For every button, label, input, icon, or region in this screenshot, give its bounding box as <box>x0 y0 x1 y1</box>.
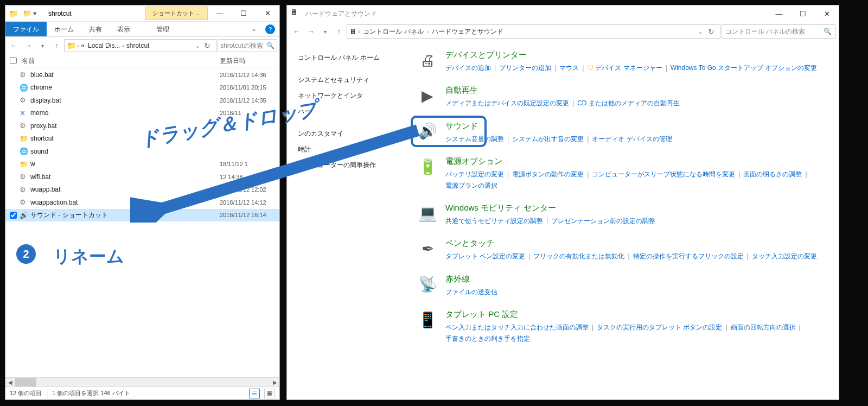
home-tab[interactable]: ホーム <box>47 22 81 36</box>
category-link[interactable]: 共通で使うモビリティ設定の調整 <box>445 215 543 226</box>
breadcrumb-seg[interactable]: Local Dis... <box>87 42 121 49</box>
help-button[interactable]: ? <box>265 24 275 34</box>
category-link[interactable]: システム音量の調整 <box>445 134 504 144</box>
scroll-right-button[interactable]: ▶ <box>270 378 279 386</box>
minimize-button[interactable]: — <box>767 6 791 21</box>
category-link[interactable]: 画面の明るさの調整 <box>743 169 802 180</box>
qat-dropdown-icon[interactable]: ▾ <box>33 9 42 18</box>
date-column-header[interactable]: 更新日時 <box>220 56 279 66</box>
category-heading[interactable]: ペンとタッチ <box>445 238 839 249</box>
category-link[interactable]: メディアまたはデバイスの既定設定の変更 <box>445 98 569 109</box>
category-link[interactable]: フリックの有効化または無効化 <box>533 251 624 262</box>
sidebar-item[interactable] <box>298 119 412 126</box>
category-link[interactable]: システムが出す音の変更 <box>512 134 584 144</box>
select-all-checkbox[interactable] <box>10 57 20 66</box>
refresh-button[interactable]: ↻ <box>705 25 718 38</box>
search-input[interactable]: shrotcutの検索 🔍 <box>218 39 277 52</box>
category-link[interactable]: プレゼンテーション前の設定の調整 <box>551 215 655 226</box>
breadcrumb-seg[interactable]: shrotcut <box>125 42 151 49</box>
scroll-left-button[interactable]: ◀ <box>5 378 15 386</box>
file-row[interactable]: ⚙ wifi.bat 12 14:38 <box>5 170 279 183</box>
sidebar-item[interactable]: システムとセキュリティ <box>298 72 412 88</box>
horizontal-scrollbar[interactable]: ◀ ▶ <box>5 377 279 386</box>
breadcrumb-seg[interactable]: コントロール パネル <box>362 27 424 36</box>
file-row[interactable]: ⚙ wuappaction.bat 2018/11/12 14:12 <box>5 196 279 209</box>
file-row[interactable]: 📁 w 18/11/12 1 <box>5 158 279 171</box>
category-heading[interactable]: サウンド <box>445 121 839 131</box>
category-heading[interactable]: Windows モビリティ センター <box>445 203 839 213</box>
close-button[interactable]: ✕ <box>256 6 279 21</box>
address-bar[interactable]: 🖥 › コントロール パネル › ハードウェアとサウンド ⌄ ↻ <box>347 24 720 39</box>
address-dropdown-icon[interactable]: ⌄ <box>698 29 703 35</box>
category-link[interactable]: プリンターの追加 <box>499 62 551 73</box>
name-column-header[interactable]: 名前 <box>20 56 220 66</box>
history-dropdown-icon[interactable]: ▾ <box>36 39 49 52</box>
category-link[interactable]: 特定の操作を実行するフリックの設定 <box>633 251 744 262</box>
file-tab[interactable]: ファイル <box>5 22 47 36</box>
category-heading[interactable]: タブレット PC 設定 <box>445 309 839 320</box>
qat-icon[interactable]: 📁 <box>23 9 31 18</box>
minimize-button[interactable]: — <box>208 6 232 21</box>
close-button[interactable]: ✕ <box>815 6 839 21</box>
file-row[interactable]: 🌐 sound <box>5 145 279 158</box>
category-link[interactable]: タブレット ペン設定の変更 <box>445 251 525 262</box>
view-tab[interactable]: 表示 <box>110 22 138 36</box>
maximize-button[interactable]: ☐ <box>232 6 256 21</box>
manage-tab[interactable]: 管理 <box>149 22 177 36</box>
category-link[interactable]: デバイスの追加 <box>445 62 491 73</box>
category-link[interactable]: オーディオ デバイスの管理 <box>592 134 672 144</box>
details-view-button[interactable]: ☰ <box>249 389 260 398</box>
category-heading[interactable]: 電源オプション <box>445 156 839 167</box>
sidebar-item[interactable]: 時計 <box>298 142 412 157</box>
row-checkbox[interactable] <box>10 212 20 219</box>
category-link[interactable]: 電源ボタンの動作の変更 <box>512 169 584 180</box>
up-button[interactable]: ↑ <box>50 39 63 52</box>
category-link[interactable]: タスクの実行用のタブレット ボタンの設定 <box>597 322 722 333</box>
file-row[interactable]: ⚙ display.bat 2018/11/12 14:35 <box>5 94 279 107</box>
ribbon-chevron-icon[interactable]: ⌄ <box>247 22 261 36</box>
sidebar-item[interactable]: ハー <box>298 104 412 119</box>
breadcrumb-seg[interactable]: ハードウェアとサウンド <box>431 27 505 36</box>
maximize-button[interactable]: ☐ <box>791 6 815 21</box>
file-row[interactable]: 🌐 chrome 2018/11/01 20:15 <box>5 81 279 94</box>
category-link[interactable]: 画面の回転方向の選択 <box>731 322 796 333</box>
category-link[interactable]: 🛡デバイス マネージャー <box>587 62 662 73</box>
category-link[interactable]: タッチ入力設定の変更 <box>752 251 817 262</box>
file-row[interactable]: ⚙ wuapp.bat 2018/11/12 12:02 <box>5 183 279 196</box>
sidebar-item[interactable]: ネットワークとインタ <box>298 88 412 104</box>
category-link[interactable]: コンピューターがスリープ状態になる時間を変更 <box>592 169 735 180</box>
sidebar-item[interactable]: コンピューターの簡単操作 <box>298 157 412 173</box>
category-heading[interactable]: 赤外線 <box>445 274 839 284</box>
sidebar-item[interactable]: ンのカスタマイ <box>298 126 412 142</box>
file-row[interactable]: ⚙ blue.bat 2018/11/12 14:36 <box>5 68 279 81</box>
category-heading[interactable]: 自動再生 <box>445 85 839 96</box>
breadcrumb-seg[interactable]: « <box>80 42 86 49</box>
sidebar-home-link[interactable]: コントロール パネル ホーム <box>298 50 412 66</box>
address-bar[interactable]: 📁 › « Local Dis... › shrotcut ⌄ ↻ <box>64 39 216 52</box>
file-list[interactable]: ⚙ blue.bat 2018/11/12 14:36 🌐 chrome 201… <box>5 68 279 377</box>
forward-button[interactable]: → <box>22 39 35 52</box>
context-tab-label[interactable]: ショートカット ... <box>145 7 208 20</box>
category-link[interactable]: CD または他のメディアの自動再生 <box>577 98 680 109</box>
file-row[interactable]: 📁 shortcut <box>5 132 279 145</box>
back-button[interactable]: ← <box>290 25 303 38</box>
titlebar[interactable]: 📁 📁 ▾ shrotcut ショートカット ... — ☐ ✕ <box>5 5 279 22</box>
file-row[interactable]: 🔊 サウンド - ショートカット 2018/11/12 16:14 <box>5 209 279 222</box>
refresh-button[interactable]: ↻ <box>201 39 214 52</box>
file-row[interactable]: ✕ memo 2018/11 <box>5 107 279 120</box>
category-link[interactable]: 電源プランの選択 <box>445 180 497 191</box>
category-link[interactable]: マウス <box>559 62 579 73</box>
back-button[interactable]: ← <box>8 39 21 52</box>
up-button[interactable]: ↑ <box>333 25 346 38</box>
category-link[interactable]: ファイルの送受信 <box>445 287 497 297</box>
file-row[interactable]: ⚙ proxy.bat <box>5 119 279 132</box>
category-link[interactable]: 手書きのときの利き手を指定 <box>445 333 530 344</box>
search-input[interactable]: コントロール パネルの検索 🔍 <box>722 24 835 39</box>
scroll-track[interactable] <box>15 378 270 386</box>
scroll-thumb[interactable] <box>15 378 36 386</box>
share-tab[interactable]: 共有 <box>81 22 110 36</box>
titlebar[interactable]: 🖥 ハードウェアとサウンド — ☐ ✕ <box>287 5 839 22</box>
history-dropdown-icon[interactable]: ▾ <box>318 25 331 38</box>
forward-button[interactable]: → <box>304 25 317 38</box>
address-dropdown-icon[interactable]: ⌄ <box>195 43 200 49</box>
